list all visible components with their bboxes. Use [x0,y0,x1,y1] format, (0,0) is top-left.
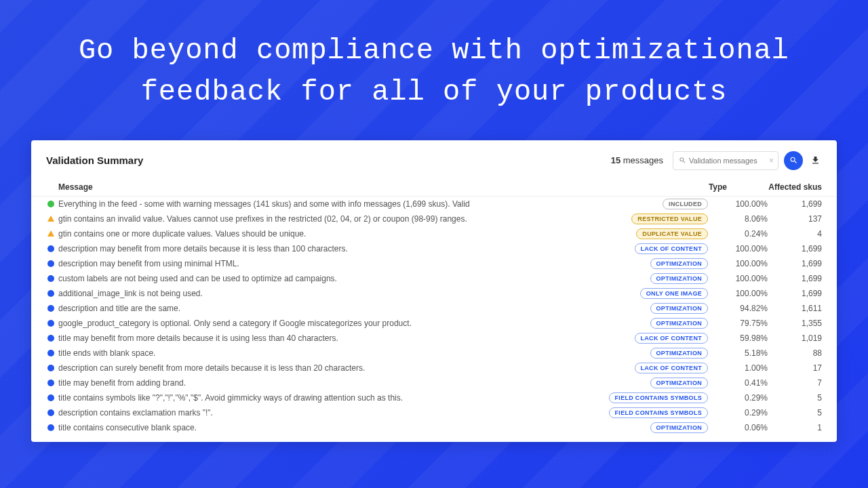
row-skus: 5 [768,393,822,403]
row-message: title may benefit from more details beca… [58,333,585,343]
row-percent: 0.06% [713,423,768,432]
type-badge: LACK OF CONTENT [635,243,709,254]
row-percent: 0.41% [713,378,768,388]
col-skus: Affected skus [741,182,822,192]
row-message: title may benefit from adding brand. [58,378,585,388]
row-message: title contains symbols like "?","!","%",… [58,393,585,403]
row-skus: 4 [768,229,822,239]
row-percent: 8.06% [713,214,768,224]
search-input[interactable] [689,157,763,165]
panel-title: Validation Summary [46,155,611,166]
row-skus: 1,699 [768,289,822,298]
row-message: description may benefit from using minim… [58,259,585,268]
row-percent: 5.18% [713,348,768,358]
search-icon [679,157,686,164]
info-icon [47,335,54,342]
row-percent: 100.00% [713,199,768,209]
info-icon [47,350,54,357]
info-icon [47,245,54,252]
table-row[interactable]: gtin contains an invalid value. Values c… [31,211,837,226]
info-icon [47,305,54,312]
row-skus: 137 [768,214,822,224]
row-skus: 1,019 [768,333,822,343]
col-type: Type [612,182,741,192]
row-skus: 1,699 [768,259,822,268]
table-row[interactable]: description contains exclamation marks "… [31,405,837,420]
row-percent: 0.24% [713,229,768,239]
type-badge: RESTRICTED VALUE [631,214,708,224]
row-message: description and title are the same. [58,304,585,313]
warning-icon [47,230,54,237]
info-icon [47,290,54,297]
info-icon [47,365,54,371]
row-percent: 94.82% [713,304,768,313]
row-percent: 1.00% [713,363,768,373]
table-row[interactable]: description may benefit from more detail… [31,241,837,256]
table-row[interactable]: title may benefit from more details beca… [31,331,837,346]
panel-header: Validation Summary 15 messages × [31,151,837,178]
clear-icon[interactable]: × [769,156,774,165]
row-message: title ends with blank space. [58,348,585,358]
type-badge: OPTIMIZATION [650,303,708,314]
row-skus: 1,699 [768,274,822,283]
type-badge: OPTIMIZATION [650,348,708,359]
type-badge: OPTIMIZATION [650,258,708,269]
download-button[interactable] [808,154,822,167]
table-row[interactable]: title contains consecutive blank space.O… [31,420,837,435]
type-badge: LACK OF CONTENT [635,363,709,373]
info-icon [47,260,54,267]
col-message: Message [46,182,612,192]
type-badge: DUPLICATE VALUE [636,228,708,239]
table-row[interactable]: description and title are the same.OPTIM… [31,301,837,316]
row-skus: 17 [768,363,822,373]
table-row[interactable]: Everything in the feed - some with warni… [31,197,837,211]
info-icon [47,409,54,416]
table-row[interactable]: title contains symbols like "?","!","%",… [31,390,837,405]
row-message: additional_image_link is not being used. [58,289,585,298]
page-headline: Go beyond compliance with optimizational… [0,0,868,134]
row-message: description can surely benefit from more… [58,363,585,373]
table-row[interactable]: title ends with blank space.OPTIMIZATION… [31,346,837,361]
row-skus: 1,699 [768,244,822,253]
row-message: google_product_category is optional. Onl… [58,319,585,328]
search-icon [789,156,798,165]
row-percent: 0.29% [713,393,768,403]
message-count: 15 messages [611,155,663,165]
row-percent: 100.00% [713,244,768,253]
row-skus: 1,355 [768,319,822,328]
type-badge: OPTIMIZATION [650,378,708,388]
type-badge: INCLUDED [663,199,708,209]
download-icon [810,155,821,165]
type-badge: FIELD CONTAINS SYMBOLS [609,392,708,403]
table-body: Everything in the feed - some with warni… [31,197,837,435]
row-message: description may benefit from more detail… [58,244,585,253]
row-skus: 1,611 [768,304,822,313]
info-icon [47,275,54,282]
row-skus: 7 [768,378,822,388]
validation-panel: Validation Summary 15 messages × Message… [31,140,837,442]
row-percent: 100.00% [713,274,768,283]
info-icon [47,320,54,327]
row-skus: 5 [768,408,822,418]
type-badge: ONLY ONE IMAGE [640,288,708,299]
table-row[interactable]: gtin contains one or more duplicate valu… [31,226,837,241]
search-input-wrapper[interactable]: × [673,151,778,170]
row-message: gtin contains an invalid value. Values c… [58,214,585,224]
table-header: Message Type Affected skus [31,178,837,197]
table-row[interactable]: google_product_category is optional. Onl… [31,316,837,331]
row-message: title contains consecutive blank space. [58,423,585,432]
table-row[interactable]: custom labels are not being used and can… [31,271,837,286]
table-row[interactable]: additional_image_link is not being used.… [31,286,837,301]
row-percent: 59.98% [713,333,768,343]
row-message: description contains exclamation marks "… [58,408,585,418]
table-row[interactable]: description may benefit from using minim… [31,256,837,271]
type-badge: OPTIMIZATION [650,422,708,433]
table-row[interactable]: description can surely benefit from more… [31,361,837,375]
search-button[interactable] [784,151,803,170]
type-badge: FIELD CONTAINS SYMBOLS [609,407,708,418]
info-icon [47,394,54,401]
row-skus: 1 [768,423,822,432]
info-icon [47,380,54,386]
table-row[interactable]: title may benefit from adding brand.OPTI… [31,375,837,390]
type-badge: OPTIMIZATION [650,273,708,284]
